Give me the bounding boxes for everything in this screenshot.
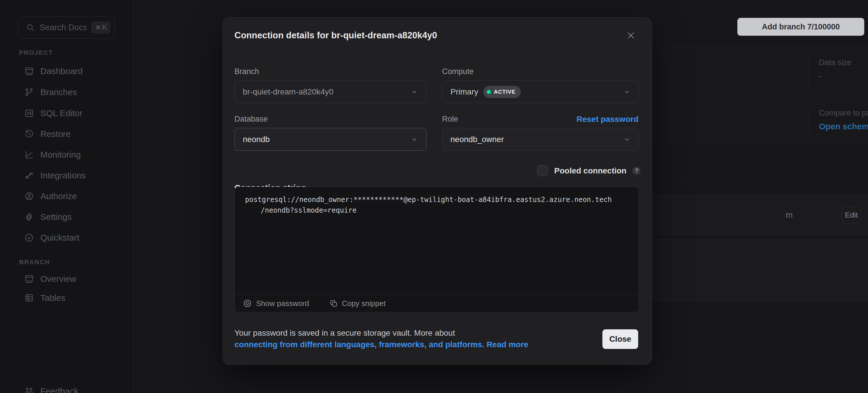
- connection-string-box[interactable]: postgresql://neondb_owner:************@e…: [235, 187, 639, 312]
- git-branch-icon: [24, 87, 34, 97]
- primary-meta-fragment: m: [785, 210, 793, 220]
- sidebar-item-label: Feedback: [40, 386, 79, 393]
- sidebar-item-label: Authorize: [40, 191, 77, 201]
- sidebar-section-project: PROJECT: [19, 49, 53, 57]
- compare-label: Compare to parent: [819, 109, 868, 118]
- compute-label: Compute: [442, 67, 474, 76]
- help-icon[interactable]: ?: [633, 167, 641, 174]
- window-icon: [24, 274, 34, 284]
- pooled-connection-label: Pooled connection: [554, 166, 626, 175]
- integrations-icon: [24, 170, 34, 181]
- sidebar-item-label: Branches: [40, 87, 77, 97]
- check-circle-icon: [24, 233, 34, 242]
- command-icon: [95, 24, 101, 31]
- eye-icon: [243, 299, 252, 308]
- compare-card: Compare to parent Open schema diff: [637, 99, 868, 143]
- sidebar-item-label: Dashboard: [40, 66, 83, 76]
- data-size-label: Data size: [819, 58, 851, 67]
- sidebar-item-settings[interactable]: Settings: [0, 206, 133, 227]
- sidebar-item-label: Restore: [40, 129, 71, 139]
- neon-console: K PROJECT Dashboard Branches SQL Editor …: [0, 0, 868, 393]
- chevron-down-icon: [623, 136, 631, 143]
- search-input[interactable]: [39, 23, 87, 32]
- sidebar-item-overview[interactable]: Overview: [0, 268, 133, 289]
- close-icon[interactable]: [626, 29, 639, 42]
- sidebar-item-label: Tables: [40, 293, 65, 303]
- show-password-label: Show password: [256, 299, 309, 308]
- pooled-connection-checkbox[interactable]: [537, 165, 548, 176]
- data-size-card: Data size -: [637, 46, 868, 95]
- sidebar-item-label: SQL Editor: [40, 108, 83, 118]
- sidebar-item-restore[interactable]: Restore: [0, 124, 133, 144]
- branch-select[interactable]: br-quiet-dream-a820k4y0: [235, 80, 427, 103]
- sidebar-item-tables[interactable]: Tables: [0, 288, 133, 308]
- people-icon: [24, 386, 34, 393]
- search-icon: [26, 23, 35, 32]
- active-dot: [487, 90, 491, 94]
- sidebar-item-sql-editor[interactable]: SQL Editor: [0, 103, 133, 124]
- sidebar-item-label: Settings: [40, 212, 71, 222]
- show-password-button[interactable]: Show password: [243, 299, 309, 308]
- sidebar-item-label: Integrations: [40, 170, 86, 181]
- gear-icon: [24, 212, 34, 222]
- history-icon: [24, 129, 34, 139]
- sidebar-item-label: Overview: [40, 274, 76, 284]
- role-value: neondb_owner: [451, 135, 504, 144]
- active-badge: ACTIVE: [483, 86, 521, 98]
- sidebar-section-branch: BRANCH: [19, 258, 50, 266]
- branch-value: br-quiet-dream-a820k4y0: [243, 87, 333, 97]
- sidebar-item-label: Monitoring: [40, 150, 81, 160]
- chevron-down-icon: [623, 88, 631, 96]
- copy-icon: [329, 299, 338, 308]
- note-text: Your password is saved in a secure stora…: [235, 328, 455, 337]
- user-circle-icon: [24, 191, 34, 201]
- role-label: Role: [442, 115, 458, 124]
- code-line-1: postgresql://neondb_owner:************@e…: [245, 196, 612, 204]
- terminal-icon: [24, 108, 34, 118]
- database-label: Database: [235, 115, 268, 124]
- sidebar-item-monitoring[interactable]: Monitoring: [0, 144, 133, 165]
- database-value: neondb: [243, 135, 270, 144]
- add-branch-button[interactable]: Add branch 7/100000: [737, 18, 864, 36]
- edit-button[interactable]: Edit: [842, 207, 861, 223]
- reset-password-link[interactable]: Reset password: [577, 115, 639, 124]
- code-line-2: /neondb?sslmode=require: [245, 205, 612, 216]
- copy-snippet-button[interactable]: Copy snippet: [329, 299, 386, 308]
- active-text: ACTIVE: [494, 89, 516, 95]
- code-toolbar: Show password Copy snippet: [235, 294, 639, 312]
- open-schema-diff-link[interactable]: Open schema diff: [819, 122, 868, 131]
- sidebar-item-authorize[interactable]: Authorize: [0, 186, 133, 206]
- sidebar-item-dashboard[interactable]: Dashboard: [0, 61, 133, 81]
- password-note: Your password is saved in a secure stora…: [235, 327, 569, 350]
- copy-snippet-label: Copy snippet: [342, 299, 386, 308]
- data-size-value: -: [819, 71, 822, 81]
- compute-value: Primary: [451, 87, 478, 97]
- sidebar-item-quickstart[interactable]: Quickstart: [0, 227, 133, 248]
- search-docs-box[interactable]: K: [18, 16, 115, 39]
- dashboard-icon: [24, 66, 34, 76]
- sidebar: K PROJECT Dashboard Branches SQL Editor …: [0, 0, 133, 393]
- connection-string-code[interactable]: postgresql://neondb_owner:************@e…: [245, 195, 612, 216]
- card-divider: [809, 106, 809, 135]
- read-more-link[interactable]: Read more: [487, 340, 528, 349]
- connecting-docs-link[interactable]: connecting from different languages, fra…: [235, 340, 485, 349]
- sidebar-item-label: Quickstart: [40, 233, 79, 242]
- chevron-down-icon: [411, 136, 418, 143]
- chevron-down-icon: [411, 88, 418, 96]
- sidebar-item-feedback[interactable]: Feedback: [0, 381, 133, 393]
- table-icon: [24, 293, 34, 303]
- branch-label: Branch: [235, 67, 259, 76]
- close-button[interactable]: Close: [602, 329, 638, 349]
- database-select[interactable]: neondb: [235, 128, 427, 151]
- modal-title: Connection details for br-quiet-dream-a8…: [235, 30, 437, 41]
- sidebar-item-integrations[interactable]: Integrations: [0, 165, 133, 186]
- modal-header-divider: [223, 51, 652, 52]
- search-shortcut-badge: K: [91, 21, 111, 34]
- role-select[interactable]: neondb_owner: [442, 128, 639, 151]
- compute-select[interactable]: Primary ACTIVE: [442, 80, 639, 103]
- card-divider: [809, 54, 809, 87]
- pooled-connection-group: Pooled connection ?: [537, 165, 641, 176]
- connection-details-modal: Connection details for br-quiet-dream-a8…: [223, 17, 652, 365]
- sidebar-item-branches[interactable]: Branches: [0, 82, 133, 103]
- chart-icon: [24, 150, 34, 160]
